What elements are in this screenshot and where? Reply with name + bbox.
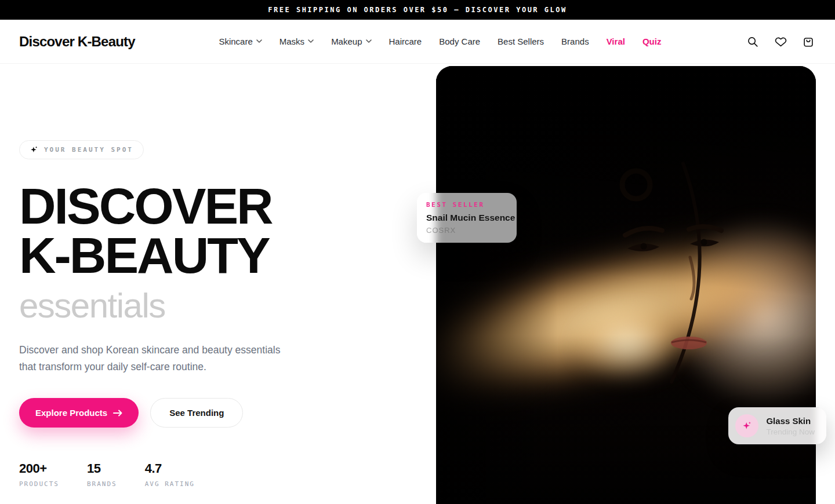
stat-avg-rating: 4.7 AVG RATING xyxy=(145,461,195,488)
chevron-down-icon xyxy=(256,39,262,43)
stat-value: 15 xyxy=(87,461,117,476)
best-seller-title: Snail Mucin Essence xyxy=(426,213,507,223)
trending-icon-circle xyxy=(735,414,758,437)
nav-haircare[interactable]: Haircare xyxy=(389,36,422,46)
stat-label: AVG RATING xyxy=(145,480,195,488)
nav-makeup[interactable]: Makeup xyxy=(331,36,371,46)
page-title: DISCOVER K-BEAUTY essentials xyxy=(19,181,344,323)
nav-label: Brands xyxy=(561,36,589,46)
nav-label: Masks xyxy=(279,36,304,46)
hero-image: BEST SELLER Snail Mucin Essence COSRX Gl… xyxy=(436,66,816,504)
wishlist-button[interactable] xyxy=(773,34,788,49)
see-trending-button[interactable]: See Trending xyxy=(150,398,243,428)
nav-label: Viral xyxy=(607,36,625,46)
stat-label: PRODUCTS xyxy=(19,480,59,488)
nav-label: Body Care xyxy=(439,36,480,46)
title-line-1: DISCOVER xyxy=(19,181,344,231)
sparkle-icon xyxy=(742,421,752,431)
trending-card[interactable]: Glass Skin Trending Now xyxy=(728,407,826,444)
nav-masks[interactable]: Masks xyxy=(279,36,314,46)
site-header: Discover K-Beauty Skincare Masks Makeup … xyxy=(0,20,835,64)
nav-body-care[interactable]: Body Care xyxy=(439,36,480,46)
main-nav: Skincare Masks Makeup Haircare Body Care… xyxy=(219,36,661,46)
chevron-down-icon xyxy=(308,39,314,43)
nav-label: Skincare xyxy=(219,36,252,46)
sparkle-icon xyxy=(30,145,38,154)
nav-quiz[interactable]: Quiz xyxy=(642,36,662,46)
cart-button[interactable] xyxy=(801,34,816,49)
nav-best-sellers[interactable]: Best Sellers xyxy=(498,36,544,46)
nav-label: Makeup xyxy=(331,36,362,46)
search-icon xyxy=(746,35,759,48)
best-seller-tag: BEST SELLER xyxy=(426,201,507,209)
nav-viral[interactable]: Viral xyxy=(607,36,625,46)
title-line-2: K-BEAUTY xyxy=(19,231,344,280)
trending-subtitle: Trending Now xyxy=(766,428,815,436)
hero-badge: YOUR BEAUTY SPOT xyxy=(19,140,144,159)
best-seller-card[interactable]: BEST SELLER Snail Mucin Essence COSRX xyxy=(417,193,517,243)
arrow-right-icon xyxy=(113,410,122,417)
see-trending-label: See Trending xyxy=(169,408,224,418)
stat-products: 200+ PRODUCTS xyxy=(19,461,59,488)
hero-stats: 200+ PRODUCTS 15 BRANDS 4.7 AVG RATING xyxy=(19,461,344,488)
explore-products-button[interactable]: Explore Products xyxy=(19,398,139,428)
announcement-text: FREE SHIPPING ON ORDERS OVER $50 — DISCO… xyxy=(268,6,567,14)
best-seller-brand: COSRX xyxy=(426,226,507,235)
search-button[interactable] xyxy=(745,34,760,49)
trending-card-text: Glass Skin Trending Now xyxy=(766,416,815,436)
nav-skincare[interactable]: Skincare xyxy=(219,36,262,46)
nav-label: Quiz xyxy=(642,36,662,46)
hero-description: Discover and shop Korean skincare and be… xyxy=(19,342,281,375)
stat-value: 4.7 xyxy=(145,461,195,476)
logo[interactable]: Discover K-Beauty xyxy=(19,34,135,50)
nav-brands[interactable]: Brands xyxy=(561,36,589,46)
heart-icon xyxy=(774,35,787,48)
header-icons xyxy=(745,34,816,49)
shopping-bag-icon xyxy=(802,35,815,48)
title-line-3: essentials xyxy=(19,288,344,323)
nav-label: Best Sellers xyxy=(498,36,544,46)
hero-content: YOUR BEAUTY SPOT DISCOVER K-BEAUTY essen… xyxy=(19,140,344,488)
nav-label: Haircare xyxy=(389,36,422,46)
trending-title: Glass Skin xyxy=(766,416,815,426)
hero-badge-label: YOUR BEAUTY SPOT xyxy=(44,146,133,154)
stat-label: BRANDS xyxy=(87,480,117,488)
explore-products-label: Explore Products xyxy=(35,408,107,418)
hero-section: YOUR BEAUTY SPOT DISCOVER K-BEAUTY essen… xyxy=(0,64,835,504)
stat-value: 200+ xyxy=(19,461,59,476)
chevron-down-icon xyxy=(366,39,372,43)
cta-row: Explore Products See Trending xyxy=(19,398,344,428)
stat-brands: 15 BRANDS xyxy=(87,461,117,488)
announcement-bar: FREE SHIPPING ON ORDERS OVER $50 — DISCO… xyxy=(0,0,835,20)
